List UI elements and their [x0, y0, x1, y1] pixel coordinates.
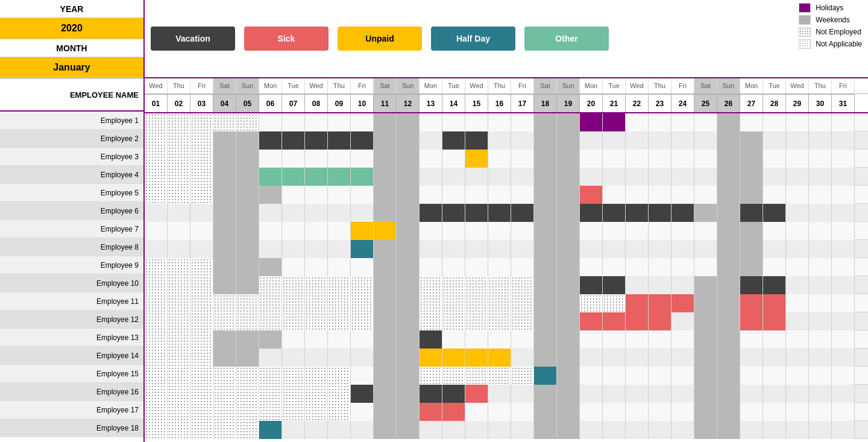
calendar-cell	[626, 258, 649, 276]
calendar-row	[145, 312, 868, 330]
dow-header: Fri	[190, 78, 213, 93]
calendar-cell	[259, 168, 282, 186]
calendar-cell	[603, 240, 626, 258]
calendar-cell	[397, 276, 420, 294]
calendar-cell	[488, 276, 511, 294]
calendar-cell	[626, 204, 649, 222]
calendar-cell	[259, 276, 282, 294]
calendar-cell	[397, 131, 420, 150]
calendar-cell	[511, 330, 534, 349]
calendar-cell	[420, 150, 442, 168]
calendar-cell	[282, 168, 305, 186]
calendar-cell	[168, 258, 190, 276]
calendar-cell	[282, 385, 305, 403]
calendar-cell	[145, 150, 168, 168]
dow-header: Fri	[832, 78, 855, 93]
calendar-cell	[282, 276, 305, 294]
date-header: 14	[442, 94, 465, 112]
calendar-cell	[626, 131, 649, 150]
employee-name-row: Employee 11	[0, 292, 143, 311]
calendar-cell	[374, 168, 397, 186]
calendar-cell	[190, 367, 213, 385]
calendar-cell	[282, 403, 305, 421]
calendar-cell	[534, 294, 557, 312]
calendar-cell	[351, 168, 374, 186]
calendar-cell	[534, 258, 557, 276]
calendar-cell	[534, 240, 557, 258]
calendar-cell	[282, 349, 305, 367]
main-container: YEAR 2020 MONTH January EMPLOYEE NAME Em…	[0, 0, 868, 442]
dow-header: Thu	[649, 78, 671, 93]
calendar-cell	[305, 403, 328, 421]
calendar-cell	[259, 385, 282, 403]
calendar-cell	[213, 276, 236, 294]
calendar-cell	[694, 276, 717, 294]
calendar-cell	[236, 330, 259, 349]
calendar-row	[145, 330, 868, 349]
not-employed-box	[799, 27, 811, 37]
calendar-cell	[603, 186, 626, 204]
calendar-cell	[626, 222, 649, 240]
calendar-cell	[145, 349, 168, 367]
calendar-cell	[511, 276, 534, 294]
calendar-cell	[328, 385, 351, 403]
calendar-cell	[488, 349, 511, 367]
calendar-cell	[420, 403, 442, 421]
calendar-cell	[397, 240, 420, 258]
calendar-cell	[374, 240, 397, 258]
calendar-cell	[145, 421, 168, 439]
calendar-cell	[740, 403, 763, 421]
dow-header: Sun	[557, 78, 580, 93]
calendar-cell	[671, 222, 694, 240]
calendar-cell	[328, 312, 351, 330]
calendar-cell	[213, 204, 236, 222]
date-header: 08	[305, 94, 328, 112]
calendar-cell	[557, 330, 580, 349]
calendar-cell	[557, 385, 580, 403]
calendar-cell	[190, 312, 213, 330]
calendar-cell	[580, 312, 603, 330]
calendar-cell	[488, 168, 511, 186]
calendar-cell	[786, 294, 809, 312]
calendar-cell	[213, 113, 236, 131]
calendar-cell	[465, 258, 488, 276]
calendar-cell	[763, 403, 786, 421]
calendar-cell	[832, 312, 855, 330]
calendar-cell	[488, 330, 511, 349]
calendar-row	[145, 385, 868, 403]
calendar-cell	[694, 168, 717, 186]
calendar-cell	[786, 403, 809, 421]
calendar-cell	[511, 403, 534, 421]
calendar-cell	[763, 367, 786, 385]
calendar-cell	[763, 330, 786, 349]
calendar-cell	[168, 330, 190, 349]
date-header: 28	[763, 94, 786, 112]
calendar-cell	[580, 294, 603, 312]
calendar-cell	[626, 113, 649, 131]
employee-name-row: Employee 16	[0, 383, 143, 401]
calendar-cell	[190, 294, 213, 312]
dow-header: Thu	[328, 78, 351, 93]
calendar-cell	[465, 222, 488, 240]
calendar-cell	[671, 330, 694, 349]
calendar-cell	[534, 349, 557, 367]
calendar-cell	[282, 367, 305, 385]
calendar-cell	[259, 258, 282, 276]
date-header: 02	[168, 94, 190, 112]
calendar-cell	[145, 294, 168, 312]
calendar-cell	[374, 131, 397, 150]
calendar-cell	[236, 276, 259, 294]
date-header: 30	[809, 94, 832, 112]
calendar-cell	[534, 312, 557, 330]
dow-header: Sun	[717, 78, 740, 93]
calendar-cell	[511, 294, 534, 312]
calendar-cell	[328, 330, 351, 349]
calendar-cell	[145, 240, 168, 258]
calendar-cell	[259, 312, 282, 330]
calendar-cell	[168, 186, 190, 204]
calendar-cell	[305, 421, 328, 439]
employee-name-row: Employee 4	[0, 166, 143, 184]
calendar-cell	[465, 349, 488, 367]
holiday-box	[799, 3, 811, 13]
calendar-cell	[442, 367, 465, 385]
